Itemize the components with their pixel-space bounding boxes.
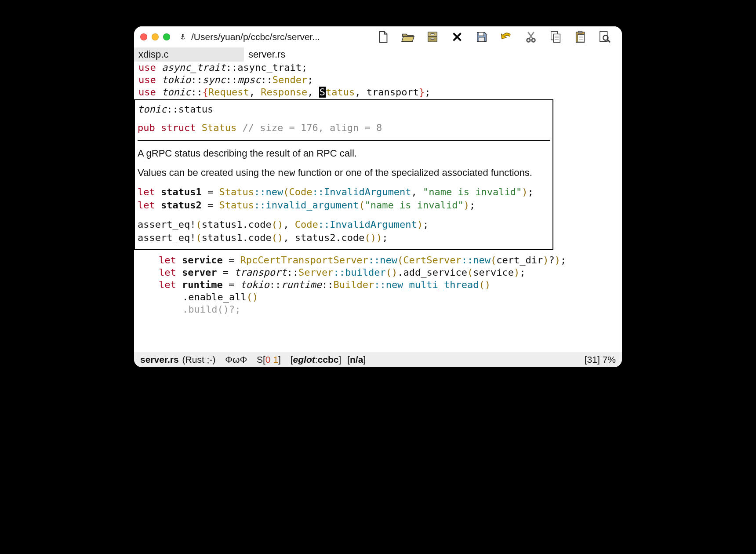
archive-icon (426, 30, 439, 44)
modeline-face-icon: ΦωΦ (225, 354, 247, 365)
modified-indicator-icon (180, 34, 186, 40)
hover-doc-popup: tonic::status pub struct Status // size … (134, 99, 553, 250)
new-file-button[interactable] (376, 29, 391, 44)
svg-point-13 (527, 39, 531, 42)
code-below-popup: let service = RpcCertTransportServer::ne… (134, 250, 622, 316)
close-icon (451, 30, 464, 44)
modeline-filename: server.rs (140, 354, 179, 365)
tab-bar: xdisp.c server.rs (134, 47, 622, 62)
modeline: server.rs (Rust ;-) ΦωΦ S[0 1] [eglot:cc… (134, 352, 622, 367)
open-folder-button[interactable] (400, 29, 415, 44)
popup-divider (138, 140, 550, 141)
code-line: let runtime = tokio::runtime::Builder::n… (134, 279, 622, 291)
popup-example-line: assert_eq!(status1.code(), Code::Invalid… (138, 218, 550, 231)
toolbar (376, 29, 616, 44)
svg-rect-10 (479, 37, 484, 41)
modeline-position: [31] 7% (585, 354, 616, 365)
svg-rect-22 (578, 34, 584, 42)
undo-button[interactable] (499, 29, 514, 44)
popup-example-line: assert_eq!(status1.code(), status2.code(… (138, 231, 550, 244)
code-line-cutoff: .build()?; (134, 303, 622, 316)
popup-example-line: let status2 = Status::invalid_argument("… (138, 199, 550, 212)
archive-button[interactable] (425, 29, 440, 44)
search-icon (598, 30, 611, 44)
close-window-button[interactable] (140, 33, 147, 40)
code-line: use tonic::{Request, Response, Status, t… (134, 86, 622, 98)
open-folder-icon (401, 30, 414, 44)
svg-rect-9 (479, 33, 483, 36)
window-title: /Users/yuan/p/ccbc/src/server... (191, 32, 320, 42)
modeline-vc: [n/a] (345, 354, 366, 365)
paste-button[interactable] (573, 29, 588, 44)
popup-example-line: let status1 = Status::new(Code::InvalidA… (138, 186, 550, 199)
svg-rect-21 (578, 31, 582, 33)
cut-icon (524, 30, 538, 44)
text-cursor: S (319, 87, 326, 98)
svg-point-14 (532, 39, 535, 42)
editor-window: /Users/yuan/p/ccbc/src/server... (134, 26, 622, 367)
copy-icon (549, 30, 562, 44)
modeline-major-mode: (Rust ;-) (182, 354, 216, 365)
minimize-window-button[interactable] (152, 33, 159, 40)
traffic-lights (140, 33, 170, 40)
svg-rect-5 (431, 34, 434, 35)
code-line: let server = transport::Server::builder(… (134, 266, 622, 279)
code-line: use tokio::sync::mpsc::Sender; (134, 74, 622, 86)
tab-xdisp[interactable]: xdisp.c (134, 47, 244, 62)
editor-area[interactable]: use async_trait::async_trait; use tokio:… (134, 62, 622, 352)
modeline-flycheck: S[0 1] (257, 354, 281, 365)
code-line: .enable_all() (134, 291, 622, 303)
search-button[interactable] (597, 29, 612, 44)
svg-rect-6 (431, 38, 434, 40)
close-file-button[interactable] (450, 29, 465, 44)
svg-point-0 (182, 34, 184, 36)
popup-doc-line: Values can be created using the new func… (138, 166, 550, 179)
code-line: let service = RpcCertTransportServer::ne… (134, 254, 622, 266)
svg-rect-16 (553, 34, 560, 42)
popup-signature: pub struct Status // size = 176, align =… (138, 121, 550, 135)
save-icon (475, 30, 488, 44)
svg-line-28 (608, 40, 611, 43)
zoom-window-button[interactable] (163, 33, 170, 40)
undo-icon (500, 30, 513, 44)
modeline-eglot: [eglot:ccbc] (291, 354, 342, 365)
save-button[interactable] (474, 29, 489, 44)
new-file-icon (377, 30, 390, 44)
popup-path: tonic::status (138, 103, 550, 116)
paste-icon (574, 30, 587, 44)
copy-button[interactable] (548, 29, 563, 44)
tab-server[interactable]: server.rs (244, 47, 354, 62)
cut-button[interactable] (523, 29, 538, 44)
titlebar: /Users/yuan/p/ccbc/src/server... (134, 26, 622, 47)
code-line: use async_trait::async_trait; (134, 62, 622, 74)
popup-doc-line: A gRPC status describing the result of a… (138, 147, 550, 160)
